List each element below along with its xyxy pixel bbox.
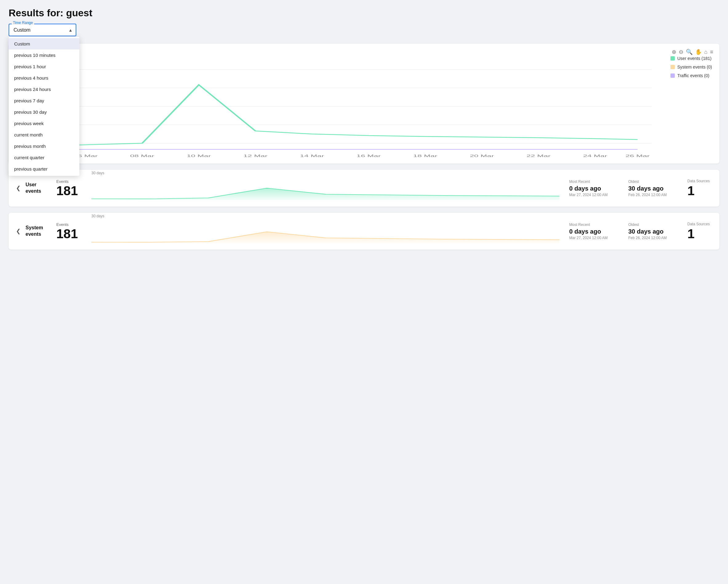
oldest-value: 30 days ago xyxy=(628,185,678,192)
dropdown-item-currentmonth[interactable]: current month xyxy=(9,129,79,140)
system-datasources-label: Data Sources xyxy=(687,222,712,226)
dropdown-item-prevquarter[interactable]: previous quarter xyxy=(9,163,79,174)
most-recent-value: 0 days ago xyxy=(569,185,619,192)
dropdown-menu: Customprevious 10 minutesprevious 1 hour… xyxy=(9,37,79,176)
svg-text:18 Mar: 18 Mar xyxy=(413,154,438,158)
user-events-block: Events 181 xyxy=(56,179,84,197)
dropdown-item-custom[interactable]: Custom xyxy=(9,38,79,50)
dropdown-item-prev1hour[interactable]: previous 1 hour xyxy=(9,61,79,72)
user-events-label: Events xyxy=(56,179,84,184)
time-range-select[interactable]: Customprevious 10 minutesprevious 1 hour… xyxy=(9,24,76,36)
svg-text:14 Mar: 14 Mar xyxy=(300,154,324,158)
system-oldest-label: Oldest xyxy=(628,223,678,227)
dropdown-item-prev10min[interactable]: previous 10 minutes xyxy=(9,50,79,61)
most-recent-date: Mar 27, 2024 12:00 AM xyxy=(569,193,619,197)
dropdown-item-prev24hours[interactable]: previous 24 hours xyxy=(9,84,79,95)
user-events-datasources: Data Sources 1 xyxy=(687,179,712,197)
system-oldest-value: 30 days ago xyxy=(628,228,678,235)
chart-toolbar: ⊕ ⊖ 🔍 ✋ ⌂ ≡ xyxy=(672,49,713,55)
legend-system-events-color xyxy=(671,65,675,69)
datasources-value: 1 xyxy=(687,185,712,197)
system-events-count: 181 xyxy=(56,227,84,240)
system-events-datasources: Data Sources 1 xyxy=(687,222,712,240)
svg-text:12 Mar: 12 Mar xyxy=(243,154,268,158)
oldest-label: Oldest xyxy=(628,179,678,184)
legend-system-events: System events (0) xyxy=(671,64,712,69)
user-events-chevron[interactable]: ❮ xyxy=(16,185,21,192)
chart-card: ⊕ ⊖ 🔍 ✋ ⌂ ≡ User events (181) System eve… xyxy=(9,44,719,164)
dropdown-item-currentquarter[interactable]: current quarter xyxy=(9,152,79,163)
dropdown-item-prevweek[interactable]: previous week xyxy=(9,118,79,129)
time-range-label: Time Range xyxy=(12,21,34,25)
user-events-oldest: Oldest 30 days ago Feb 26, 2024 12:00 AM xyxy=(628,179,678,197)
system-datasources-value: 1 xyxy=(687,227,712,240)
system-oldest-date: Feb 26, 2024 12:00 AM xyxy=(628,236,678,240)
chart-legend: User events (181) System events (0) Traf… xyxy=(671,56,712,78)
system-events-block: Events 181 xyxy=(56,222,84,240)
oldest-date: Feb 26, 2024 12:00 AM xyxy=(628,193,678,197)
search-icon[interactable]: 🔍 xyxy=(686,49,693,55)
chart-area: Mar 06 Mar 08 Mar 10 Mar 12 Mar 14 Mar 1… xyxy=(15,54,652,159)
zoom-out-icon[interactable]: ⊖ xyxy=(679,49,683,55)
page-title: Results for: guest xyxy=(9,7,719,19)
datasources-label: Data Sources xyxy=(687,179,712,183)
svg-text:20 Mar: 20 Mar xyxy=(470,154,494,158)
legend-traffic-events-label: Traffic events (0) xyxy=(677,73,709,78)
svg-text:24 Mar: 24 Mar xyxy=(583,154,607,158)
user-events-title: User events xyxy=(26,182,50,195)
legend-user-events-color xyxy=(671,56,675,60)
svg-text:08 Mar: 08 Mar xyxy=(130,154,154,158)
svg-text:22 Mar: 22 Mar xyxy=(526,154,551,158)
svg-text:26 Mar: 26 Mar xyxy=(626,154,650,158)
system-events-days: 30 days xyxy=(92,214,104,218)
user-events-days: 30 days xyxy=(92,171,104,175)
system-events-label: Events xyxy=(56,222,84,227)
legend-user-events-label: User events (181) xyxy=(677,56,711,61)
dropdown-item-prev7day[interactable]: previous 7 day xyxy=(9,95,79,106)
user-events-count: 181 xyxy=(56,185,84,197)
system-most-recent-value: 0 days ago xyxy=(569,228,619,235)
system-events-oldest: Oldest 30 days ago Feb 26, 2024 12:00 AM xyxy=(628,223,678,240)
user-events-most-recent: Most Recent 0 days ago Mar 27, 2024 12:0… xyxy=(569,179,619,197)
dropdown-item-prev30day[interactable]: previous 30 day xyxy=(9,106,79,118)
user-events-card: ❮ User events Events 181 30 days Most Re… xyxy=(9,170,719,206)
system-events-card: ❮ System events Events 181 30 days Most … xyxy=(9,213,719,250)
dropdown-item-prevmonth[interactable]: previous month xyxy=(9,140,79,152)
zoom-in-icon[interactable]: ⊕ xyxy=(672,49,676,55)
dropdown-item-prev4hours[interactable]: previous 4 hours xyxy=(9,72,79,84)
time-range-container: Time Range Customprevious 10 minutesprev… xyxy=(9,24,76,36)
system-events-chevron[interactable]: ❮ xyxy=(16,228,21,234)
pan-icon[interactable]: ✋ xyxy=(695,49,702,55)
legend-traffic-events: Traffic events (0) xyxy=(671,73,712,78)
user-events-mini-chart: 30 days xyxy=(92,176,560,200)
system-most-recent-date: Mar 27, 2024 12:00 AM xyxy=(569,236,619,240)
system-events-mini-chart: 30 days xyxy=(92,219,560,244)
svg-text:10 Mar: 10 Mar xyxy=(187,154,211,158)
chart-svg: Mar 06 Mar 08 Mar 10 Mar 12 Mar 14 Mar 1… xyxy=(15,54,652,159)
home-icon[interactable]: ⌂ xyxy=(704,49,708,55)
legend-traffic-events-color xyxy=(671,74,675,78)
most-recent-label: Most Recent xyxy=(569,179,619,184)
svg-text:16 Mar: 16 Mar xyxy=(357,154,381,158)
system-events-most-recent: Most Recent 0 days ago Mar 27, 2024 12:0… xyxy=(569,223,619,240)
menu-icon[interactable]: ≡ xyxy=(710,49,713,55)
legend-system-events-label: System events (0) xyxy=(677,64,712,69)
legend-user-events: User events (181) xyxy=(671,56,712,61)
system-events-title: System events xyxy=(26,225,50,238)
system-most-recent-label: Most Recent xyxy=(569,223,619,227)
